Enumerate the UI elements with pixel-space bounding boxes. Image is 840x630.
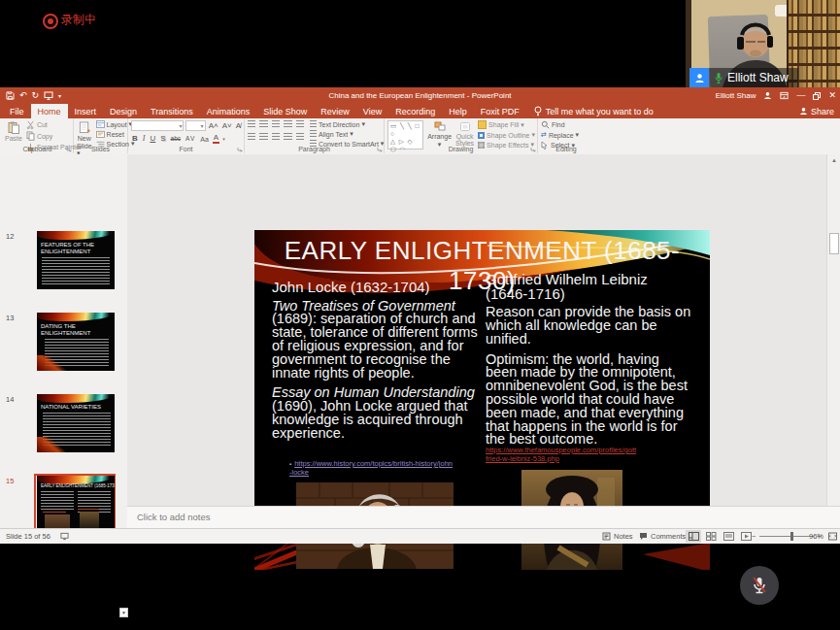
align-text-button[interactable]: Align Text ▾ xyxy=(310,130,384,138)
numbering-icon[interactable] xyxy=(259,120,267,128)
notes-toggle-button[interactable]: Notes xyxy=(602,529,633,544)
save-icon[interactable] xyxy=(6,91,15,100)
group-font: ▾ ▾ A˄ A˅ A̸ B I U S abc AV Aa A ▾ xyxy=(128,118,245,153)
underline-button[interactable]: U xyxy=(149,135,156,143)
tab-design[interactable]: Design xyxy=(103,104,144,118)
font-color-dropdown-icon[interactable]: ▾ xyxy=(222,136,225,142)
tab-insert[interactable]: Insert xyxy=(68,104,104,118)
redo-icon[interactable]: ↻ xyxy=(32,91,40,100)
decrease-indent-icon[interactable] xyxy=(272,120,280,128)
align-left-icon[interactable] xyxy=(248,133,255,141)
locke-hyperlink[interactable]: ▪https://www.history.com/topics/british-… xyxy=(289,459,454,477)
reading-view-button[interactable] xyxy=(721,530,736,543)
line-spacing-icon[interactable] xyxy=(296,120,304,128)
tab-slide-show[interactable]: Slide Show xyxy=(256,104,314,118)
shape-outline-button[interactable]: Shape Outline ▾ xyxy=(478,131,535,139)
signed-in-user[interactable]: Elliott Shaw xyxy=(716,91,756,100)
thumbnail-scroll-down-button[interactable]: ▼ xyxy=(119,608,128,617)
start-slideshow-icon[interactable] xyxy=(44,91,53,100)
slide-left-text-box[interactable]: John Locke (1632-1704) Two Treatises of … xyxy=(272,281,480,447)
zoom-slider-thumb[interactable] xyxy=(790,532,793,541)
zoom-out-button[interactable]: − xyxy=(752,529,756,544)
layout-icon xyxy=(96,120,105,128)
notes-pane[interactable]: Click to add notes xyxy=(127,506,840,528)
zoom-slider[interactable] xyxy=(759,529,814,544)
find-icon xyxy=(541,120,550,129)
align-right-icon[interactable] xyxy=(272,133,280,141)
customize-qat-icon[interactable]: ▾ xyxy=(58,93,61,99)
status-bar: Slide 15 of 56 Notes Comments xyxy=(0,528,840,544)
align-center-icon[interactable] xyxy=(259,133,267,141)
unmute-microphone-button[interactable] xyxy=(740,566,779,605)
zoom-level[interactable]: 96% xyxy=(809,529,823,544)
slide-area-scrollbar[interactable]: ▲ ▼ xyxy=(826,154,840,528)
grow-font-icon[interactable]: A˄ xyxy=(208,122,219,130)
tab-foxit-pdf[interactable]: Foxit PDF xyxy=(474,104,526,118)
find-button[interactable]: Find xyxy=(541,120,592,129)
restore-button[interactable] xyxy=(813,92,821,100)
clear-formatting-icon[interactable]: A̸ xyxy=(235,122,242,130)
share-person-icon xyxy=(799,107,808,116)
strikethrough-button[interactable]: abc xyxy=(170,136,182,143)
group-slides: New Slide ▾ Layout ▾ Reset xyxy=(74,118,128,153)
scrollbar-thumb[interactable] xyxy=(829,233,839,254)
italic-button[interactable]: I xyxy=(142,135,147,143)
leibniz-hyperlink[interactable]: https://www.thefamouspeople.com/profiles… xyxy=(486,446,637,463)
thumbnail-slide-15-selected[interactable]: EARLY ENLIGHTENMENT (1685-1730) xyxy=(37,476,115,528)
thumbnail-slide-13[interactable]: DATING THE ENLIGHTENMENT xyxy=(37,313,115,371)
tab-home[interactable]: Home xyxy=(31,104,68,118)
normal-view-button[interactable] xyxy=(686,530,701,543)
paragraph-dialog-launcher[interactable] xyxy=(377,147,383,152)
drawing-dialog-launcher[interactable] xyxy=(530,147,536,152)
tab-review[interactable]: Review xyxy=(314,104,356,118)
font-dialog-launcher[interactable] xyxy=(237,147,243,152)
bullets-icon[interactable] xyxy=(248,120,255,128)
notes-placeholder[interactable]: Click to add notes xyxy=(137,512,840,522)
slide-sorter-view-button[interactable] xyxy=(703,530,719,543)
shrink-font-icon[interactable]: A˅ xyxy=(221,122,233,130)
clipboard-dialog-launcher[interactable] xyxy=(66,147,72,152)
thumbnail-text-lines xyxy=(42,257,110,286)
columns-icon[interactable] xyxy=(296,133,304,141)
font-name-combo[interactable]: ▾ xyxy=(131,120,184,131)
justify-icon[interactable] xyxy=(284,133,291,141)
text-direction-button[interactable]: Text Direction ▾ xyxy=(310,120,384,128)
slide-right-text-box[interactable]: Gottfried Wilhelm Leibniz (1646-1716) Re… xyxy=(486,273,693,453)
display-settings-icon[interactable] xyxy=(60,529,69,544)
font-size-combo[interactable]: ▾ xyxy=(185,120,205,131)
tab-animations[interactable]: Animations xyxy=(200,104,257,118)
tab-recording[interactable]: Recording xyxy=(388,104,442,118)
tab-file[interactable]: File xyxy=(3,104,31,118)
thumbnail-link-line xyxy=(43,512,66,513)
increase-indent-icon[interactable] xyxy=(284,120,291,128)
character-spacing-button[interactable]: AV xyxy=(185,136,196,143)
tab-help[interactable]: Help xyxy=(442,104,474,118)
bold-button[interactable]: B xyxy=(131,135,139,143)
replace-button[interactable]: ⇄ Replace ▾ xyxy=(541,131,592,139)
thumbnail-number: 13 xyxy=(6,314,14,322)
close-button[interactable]: ✕ xyxy=(828,91,836,100)
shape-fill-button[interactable]: Shape Fill ▾ xyxy=(478,120,535,129)
thumbnail-slide-12[interactable]: FEATURES OF THE ENLIGHTENMENT xyxy=(37,231,115,289)
fit-slide-to-window-button[interactable] xyxy=(828,529,837,544)
account-avatar-icon[interactable] xyxy=(763,91,772,100)
font-color-button[interactable]: A xyxy=(213,134,219,144)
slide-design-wave xyxy=(37,231,115,240)
scroll-up-icon[interactable]: ▲ xyxy=(828,155,840,166)
text-shadow-button[interactable]: S xyxy=(159,135,166,143)
share-button[interactable]: Share xyxy=(799,104,834,118)
undo-icon[interactable]: ↶ xyxy=(19,91,27,100)
tab-view[interactable]: View xyxy=(356,104,388,118)
minimize-button[interactable]: — xyxy=(796,91,805,100)
thumbnail-number: 15 xyxy=(6,477,14,485)
arrange-button[interactable]: Arrange▾ xyxy=(427,120,452,149)
locke-heading: John Locke (1632-1704) xyxy=(272,281,480,295)
quick-styles-button[interactable]: Quick Styles xyxy=(455,120,474,147)
thumbnail-slide-14[interactable]: NATIONAL VARIETIES xyxy=(37,394,115,452)
tab-transitions[interactable]: Transitions xyxy=(144,104,200,118)
ribbon-display-options-icon[interactable] xyxy=(780,91,789,100)
tell-me-box[interactable]: Tell me what you want to do xyxy=(526,104,661,118)
comments-toggle-button[interactable]: Comments xyxy=(639,529,686,544)
ribbon-tab-bar: File Home Insert Design Transitions Anim… xyxy=(0,104,840,118)
change-case-button[interactable]: Aa xyxy=(199,136,210,143)
